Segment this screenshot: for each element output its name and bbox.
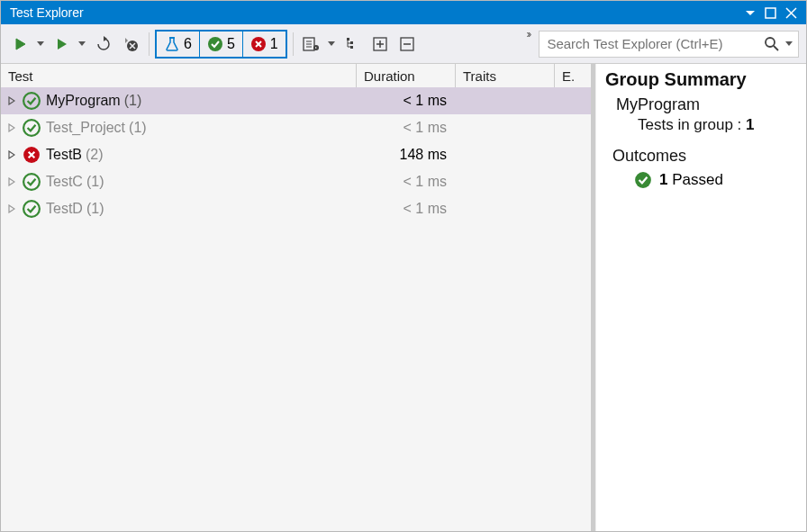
svg-point-21 bbox=[23, 120, 40, 136]
chevron-down-icon[interactable] bbox=[78, 41, 86, 47]
col-duration-header[interactable]: Duration bbox=[357, 64, 456, 87]
svg-point-20 bbox=[23, 93, 40, 109]
expander-icon[interactable] bbox=[8, 204, 17, 213]
svg-rect-0 bbox=[766, 8, 775, 18]
chevron-down-icon[interactable] bbox=[37, 41, 44, 47]
status-icon bbox=[23, 119, 41, 137]
maximize-icon[interactable] bbox=[765, 7, 776, 19]
flask-icon bbox=[164, 36, 180, 52]
outcome-passed-row: 1 Passed bbox=[598, 167, 806, 189]
table-row[interactable]: TestD (1)< 1 ms bbox=[1, 195, 591, 222]
status-icon bbox=[23, 146, 41, 164]
close-icon[interactable] bbox=[785, 7, 797, 19]
expander-icon[interactable] bbox=[8, 177, 17, 186]
test-name: TestC (1) bbox=[46, 174, 104, 190]
summary-pane: Group Summary MyProgram Tests in group :… bbox=[595, 64, 806, 531]
expander-icon[interactable] bbox=[8, 150, 17, 159]
search-icon[interactable] bbox=[758, 36, 785, 52]
titlebar: Test Explorer bbox=[1, 1, 806, 24]
overflow-icon[interactable]: ›› bbox=[526, 28, 530, 41]
svg-line-19 bbox=[774, 46, 778, 50]
status-icon bbox=[23, 173, 41, 191]
col-traits-header[interactable]: Traits bbox=[456, 64, 555, 87]
summary-program: MyProgram bbox=[598, 94, 806, 114]
playlist-button[interactable] bbox=[299, 32, 324, 57]
table-row[interactable]: TestB (2)148 ms bbox=[1, 141, 591, 168]
status-icon bbox=[23, 92, 41, 110]
test-name: TestD (1) bbox=[46, 201, 104, 217]
svg-point-25 bbox=[635, 172, 651, 188]
filter-total-count: 6 bbox=[184, 36, 192, 52]
x-circle-icon bbox=[250, 36, 267, 52]
check-circle-icon bbox=[634, 171, 652, 189]
svg-point-18 bbox=[766, 38, 775, 47]
svg-point-3 bbox=[208, 37, 222, 51]
run-button[interactable] bbox=[50, 32, 75, 57]
svg-point-24 bbox=[23, 201, 40, 217]
col-e-header[interactable]: E. bbox=[555, 64, 591, 87]
svg-rect-10 bbox=[347, 38, 349, 41]
repeat-button[interactable] bbox=[91, 32, 116, 57]
duration-cell: < 1 ms bbox=[357, 120, 456, 136]
status-icon bbox=[23, 200, 41, 218]
table-row[interactable]: TestC (1)< 1 ms bbox=[1, 168, 591, 195]
duration-cell: < 1 ms bbox=[357, 174, 456, 190]
stop-button[interactable] bbox=[118, 32, 143, 57]
duration-cell: 148 ms bbox=[357, 147, 456, 163]
summary-title: Group Summary bbox=[598, 69, 806, 94]
dropdown-icon[interactable] bbox=[745, 7, 756, 18]
search-input[interactable] bbox=[540, 36, 758, 51]
table-row[interactable]: MyProgram (1)< 1 ms bbox=[1, 87, 591, 114]
group-button[interactable] bbox=[340, 32, 366, 57]
search-box[interactable] bbox=[539, 31, 799, 58]
filter-failed-button[interactable]: 1 bbox=[243, 32, 286, 57]
filter-passed-button[interactable]: 5 bbox=[200, 32, 243, 57]
collapse-all-button[interactable] bbox=[394, 32, 420, 57]
test-list-pane: Test Duration Traits E. MyProgram (1)< 1… bbox=[1, 64, 595, 531]
filter-total-button[interactable]: 6 bbox=[157, 32, 200, 57]
filter-group: 6 5 1 bbox=[155, 30, 287, 59]
test-name: TestB (2) bbox=[46, 147, 104, 163]
outcomes-title: Outcomes bbox=[598, 143, 806, 167]
expand-all-button[interactable] bbox=[367, 32, 393, 57]
col-test-header[interactable]: Test bbox=[1, 64, 357, 87]
rows-container: MyProgram (1)< 1 msTest_Project (1)< 1 m… bbox=[1, 87, 591, 531]
test-name: MyProgram (1) bbox=[46, 93, 141, 109]
chevron-down-icon[interactable] bbox=[785, 41, 798, 47]
summary-count: Tests in group : 1 bbox=[598, 114, 806, 143]
run-all-button[interactable] bbox=[8, 32, 33, 57]
duration-cell: < 1 ms bbox=[357, 201, 456, 217]
duration-cell: < 1 ms bbox=[357, 93, 456, 109]
expander-icon[interactable] bbox=[8, 123, 17, 132]
table-row[interactable]: Test_Project (1)< 1 ms bbox=[1, 114, 591, 141]
svg-point-23 bbox=[23, 174, 40, 190]
filter-passed-count: 5 bbox=[227, 36, 235, 52]
column-headers: Test Duration Traits E. bbox=[1, 64, 591, 87]
test-name: Test_Project (1) bbox=[46, 120, 147, 136]
check-circle-icon bbox=[207, 36, 223, 52]
svg-rect-12 bbox=[350, 46, 353, 49]
chevron-down-icon[interactable] bbox=[328, 41, 335, 47]
expander-icon[interactable] bbox=[8, 96, 17, 105]
svg-rect-11 bbox=[350, 41, 353, 44]
filter-failed-count: 1 bbox=[270, 36, 278, 52]
window-title: Test Explorer bbox=[10, 5, 745, 20]
toolbar: 6 5 1 ›› bbox=[1, 24, 806, 64]
